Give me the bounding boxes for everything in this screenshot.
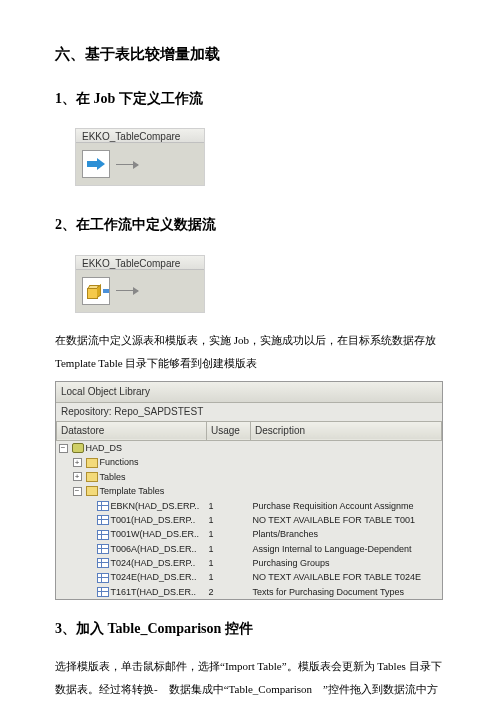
paragraph-1: 在数据流中定义源表和模版表，实施 Job，实施成功以后，在目标系统数据存放 Te… — [55, 329, 445, 375]
workflow-title-1: EKKO_TableCompare — [76, 129, 204, 143]
table-row[interactable]: T024(HAD_DS.ERP.. 1 Purchasing Groups — [57, 556, 442, 570]
folder-icon — [86, 472, 98, 482]
col-datastore[interactable]: Datastore — [57, 421, 207, 440]
datastore-icon — [72, 443, 84, 453]
plug-icon — [103, 289, 109, 293]
table-icon — [97, 501, 109, 511]
object-tree-table: Datastore Usage Description −HAD_DS +Fun… — [56, 421, 442, 599]
tree-row-tables[interactable]: +Tables — [57, 470, 442, 484]
table-row[interactable]: T001W(HAD_DS.ER.. 1 Plants/Branches — [57, 527, 442, 541]
table-row[interactable]: T001(HAD_DS.ERP.. 1 NO TEXT AVAILABLE FO… — [57, 513, 442, 527]
col-usage[interactable]: Usage — [207, 421, 251, 440]
tree-row-functions[interactable]: +Functions — [57, 455, 442, 469]
table-row[interactable]: EBKN(HAD_DS.ERP.. 1 Purchase Requisition… — [57, 499, 442, 513]
workflow-node — [82, 150, 110, 178]
workflow-title-2: EKKO_TableCompare — [76, 256, 204, 270]
collapse-icon[interactable]: − — [73, 487, 82, 496]
table-icon — [97, 558, 109, 568]
subheading-1: 1、在 Job 下定义工作流 — [55, 88, 445, 110]
expand-icon[interactable]: + — [73, 458, 82, 467]
paragraph-2: 选择模版表，单击鼠标邮件，选择“Import Table”。模版表会更新为 Ta… — [55, 655, 445, 707]
collapse-icon[interactable]: − — [59, 444, 68, 453]
folder-icon — [86, 458, 98, 468]
template-folder-icon — [86, 486, 98, 496]
cube-icon — [84, 282, 102, 300]
connector-arrow-icon — [116, 290, 138, 291]
arrow-right-icon — [87, 158, 105, 170]
subheading-3: 3、加入 Table_Comparison 控件 — [55, 618, 445, 640]
tree-row-root[interactable]: −HAD_DS — [57, 440, 442, 455]
dataflow-node — [82, 277, 110, 305]
table-icon — [97, 573, 109, 583]
table-row[interactable]: T006A(HAD_DS.ER.. 1 Assign Internal to L… — [57, 542, 442, 556]
table-icon — [97, 587, 109, 597]
table-row[interactable]: T024E(HAD_DS.ER.. 1 NO TEXT AVAILABLE FO… — [57, 570, 442, 584]
subheading-2: 2、在工作流中定义数据流 — [55, 214, 445, 236]
table-icon — [97, 530, 109, 540]
workflow-screenshot-2: EKKO_TableCompare — [75, 255, 205, 313]
expand-icon[interactable]: + — [73, 472, 82, 481]
col-description[interactable]: Description — [251, 421, 442, 440]
tree-row-template-tables[interactable]: −Template Tables — [57, 484, 442, 498]
table-row[interactable]: T161T(HAD_DS.ER.. 2 Texts for Purchasing… — [57, 585, 442, 599]
workflow-screenshot-1: EKKO_TableCompare — [75, 128, 205, 186]
connector-arrow-icon — [116, 164, 138, 165]
table-icon — [97, 515, 109, 525]
panel-title: Local Object Library — [56, 382, 442, 403]
panel-repo-row: Repository: Repo_SAPDSTEST — [56, 403, 442, 421]
table-icon — [97, 544, 109, 554]
object-library-panel: Local Object Library Repository: Repo_SA… — [55, 381, 443, 600]
section-title: 六、基于表比较增量加载 — [55, 42, 445, 66]
